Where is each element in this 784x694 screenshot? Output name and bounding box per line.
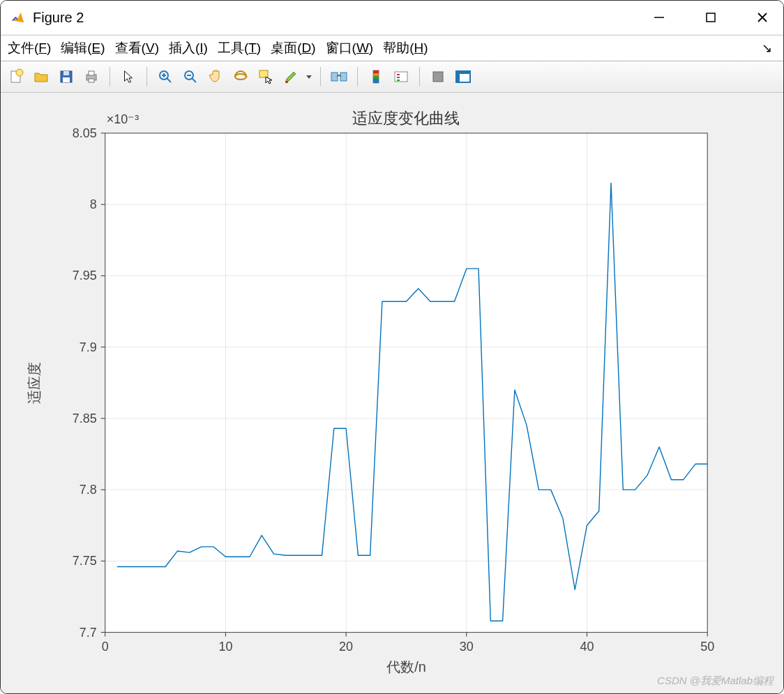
menu-desktop[interactable]: 桌面(D) (271, 39, 315, 57)
svg-rect-30 (373, 79, 379, 83)
svg-text:40: 40 (580, 640, 594, 654)
colorbar-icon[interactable] (365, 66, 387, 88)
dock-icon[interactable]: ↘ (762, 40, 776, 56)
rotate-3d-icon[interactable] (229, 66, 252, 88)
svg-rect-39 (105, 133, 707, 633)
print-icon[interactable] (80, 66, 103, 88)
svg-text:8.05: 8.05 (73, 126, 97, 140)
svg-rect-11 (89, 79, 94, 82)
svg-text:代数/n: 代数/n (386, 659, 426, 674)
hide-tools-icon[interactable] (427, 66, 449, 88)
svg-rect-25 (340, 73, 347, 81)
pointer-icon[interactable] (117, 66, 140, 88)
dropdown-icon[interactable] (305, 66, 313, 88)
svg-text:适应度变化曲线: 适应度变化曲线 (352, 110, 460, 127)
svg-rect-1 (707, 13, 715, 22)
svg-rect-38 (460, 71, 470, 74)
show-tools-icon[interactable] (452, 66, 474, 88)
svg-text:30: 30 (460, 640, 474, 654)
menu-tools[interactable]: 工具(T) (218, 39, 261, 57)
svg-rect-27 (373, 70, 379, 73)
menu-view[interactable]: 查看(V) (115, 39, 159, 57)
svg-rect-21 (259, 70, 268, 77)
svg-point-5 (16, 69, 23, 76)
svg-line-17 (192, 78, 196, 82)
svg-rect-8 (63, 77, 70, 82)
svg-text:8: 8 (90, 197, 97, 211)
save-icon[interactable] (55, 66, 77, 88)
new-figure-icon[interactable] (5, 66, 27, 88)
link-plot-icon[interactable] (328, 66, 350, 88)
titlebar: Figure 2 (1, 1, 783, 35)
svg-text:7.7: 7.7 (80, 626, 97, 640)
svg-rect-7 (63, 71, 69, 75)
svg-text:7.85: 7.85 (73, 412, 97, 425)
toolbar (1, 61, 783, 93)
svg-text:7.9: 7.9 (80, 340, 97, 354)
axes[interactable]: 010203040507.77.757.87.857.97.9588.05适应度… (1, 93, 783, 694)
menu-help[interactable]: 帮助(H) (383, 39, 428, 57)
svg-text:10: 10 (218, 640, 232, 654)
matlab-icon (10, 10, 26, 25)
svg-text:0: 0 (102, 640, 109, 654)
svg-marker-23 (306, 75, 312, 79)
menu-window[interactable]: 窗口(W) (326, 39, 374, 57)
svg-text:适应度: 适应度 (27, 362, 42, 404)
legend-icon[interactable] (390, 66, 412, 88)
zoom-in-icon[interactable] (154, 66, 176, 88)
brush-icon[interactable] (280, 66, 302, 88)
window-title: Figure 2 (33, 10, 84, 26)
svg-text:20: 20 (339, 640, 353, 654)
data-cursor-icon[interactable] (255, 66, 277, 88)
svg-text:×10⁻³: ×10⁻³ (107, 112, 139, 126)
svg-rect-22 (285, 81, 288, 83)
menubar: 文件(F) 编辑(E) 查看(V) 插入(I) 工具(T) 桌面(D) 窗口(W… (1, 35, 783, 61)
svg-rect-29 (373, 76, 379, 79)
svg-text:50: 50 (700, 640, 714, 654)
figure-area: 010203040507.77.757.87.857.97.9588.05适应度… (1, 93, 783, 693)
svg-rect-10 (89, 71, 94, 75)
svg-text:7.8: 7.8 (80, 483, 97, 497)
svg-rect-31 (395, 72, 407, 82)
svg-rect-35 (433, 72, 443, 82)
svg-rect-24 (331, 73, 338, 81)
svg-line-13 (167, 78, 171, 82)
open-icon[interactable] (30, 66, 52, 88)
svg-text:7.95: 7.95 (73, 269, 97, 282)
maximize-button[interactable] (695, 2, 726, 33)
close-button[interactable] (747, 2, 778, 33)
svg-text:7.75: 7.75 (73, 554, 97, 568)
svg-point-19 (235, 74, 246, 80)
menu-insert[interactable]: 插入(I) (169, 39, 208, 57)
menu-edit[interactable]: 编辑(E) (61, 39, 105, 57)
zoom-out-icon[interactable] (179, 66, 202, 88)
minimize-button[interactable] (644, 2, 674, 33)
pan-icon[interactable] (204, 66, 227, 88)
menu-file[interactable]: 文件(F) (8, 39, 51, 57)
svg-rect-37 (456, 71, 460, 82)
svg-rect-28 (373, 73, 379, 76)
